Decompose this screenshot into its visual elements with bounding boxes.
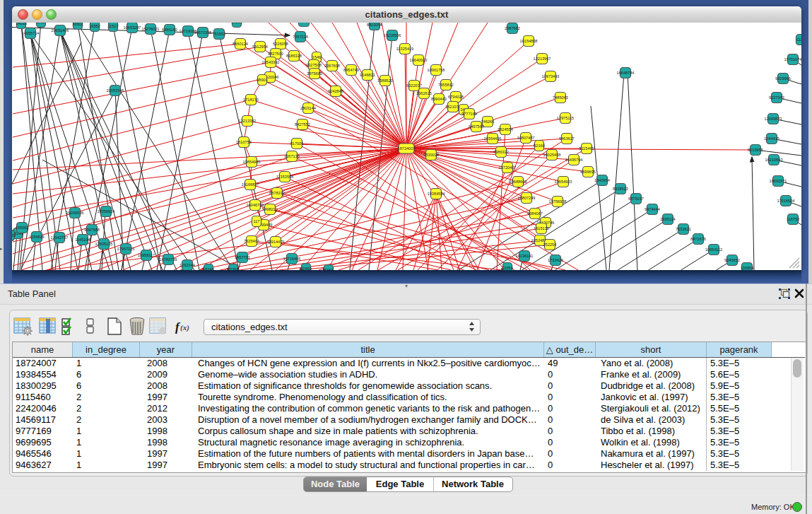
svg-text:16495794: 16495794 bbox=[565, 158, 583, 162]
svg-text:17016504: 17016504 bbox=[777, 199, 795, 203]
svg-text:1615132: 1615132 bbox=[534, 226, 549, 230]
svg-text:15751074: 15751074 bbox=[784, 57, 801, 62]
svg-text:92450: 92450 bbox=[300, 267, 312, 270]
svg-text:1733426: 1733426 bbox=[548, 258, 563, 262]
svg-text:8678332: 8678332 bbox=[269, 191, 285, 195]
svg-text:3267130: 3267130 bbox=[284, 154, 300, 158]
svg-text:1621072: 1621072 bbox=[445, 105, 461, 109]
svg-text:15716485: 15716485 bbox=[283, 257, 301, 261]
svg-text:6794028: 6794028 bbox=[448, 95, 464, 99]
svg-text:10054: 10054 bbox=[502, 266, 513, 270]
svg-text:16671355: 16671355 bbox=[194, 30, 212, 35]
svg-text:9115460: 9115460 bbox=[579, 146, 594, 151]
svg-text:16210643: 16210643 bbox=[765, 158, 783, 162]
svg-text:6322037: 6322037 bbox=[406, 83, 422, 88]
svg-text:10653287: 10653287 bbox=[124, 25, 141, 30]
svg-text:10543392: 10543392 bbox=[262, 60, 280, 64]
svg-text:18724007: 18724007 bbox=[398, 146, 416, 151]
svg-text:6497568: 6497568 bbox=[469, 124, 484, 129]
svg-text:1705: 1705 bbox=[37, 23, 45, 24]
svg-text:14136141: 14136141 bbox=[516, 254, 534, 258]
svg-text:746266: 746266 bbox=[481, 119, 495, 124]
svg-text:18807249: 18807249 bbox=[518, 196, 536, 200]
svg-text:12505135: 12505135 bbox=[95, 242, 113, 246]
svg-text:8215955: 8215955 bbox=[748, 148, 763, 152]
svg-text:12213967: 12213967 bbox=[534, 57, 551, 61]
svg-text:12213382: 12213382 bbox=[239, 119, 257, 123]
svg-text:9777169: 9777169 bbox=[461, 112, 477, 116]
svg-text:16046786: 16046786 bbox=[247, 203, 264, 207]
svg-text:7625402: 7625402 bbox=[244, 239, 259, 243]
svg-text:11325419: 11325419 bbox=[396, 47, 413, 51]
svg-text:17359924: 17359924 bbox=[98, 209, 115, 214]
svg-text:1244415: 1244415 bbox=[764, 136, 779, 141]
svg-text:20206536: 20206536 bbox=[66, 211, 84, 215]
svg-text:9084067: 9084067 bbox=[527, 211, 543, 216]
svg-text:1362615: 1362615 bbox=[416, 91, 432, 95]
svg-text:7986322: 7986322 bbox=[493, 150, 509, 154]
svg-text:1546: 1546 bbox=[312, 55, 321, 59]
svg-text:9827500: 9827500 bbox=[268, 52, 283, 56]
svg-text:7357224: 7357224 bbox=[293, 35, 308, 39]
svg-text:9227343: 9227343 bbox=[769, 95, 784, 100]
svg-text:9699695: 9699695 bbox=[580, 170, 596, 174]
svg-text:8990443: 8990443 bbox=[431, 97, 447, 101]
svg-text:16782759: 16782759 bbox=[160, 257, 177, 262]
svg-text:100954: 100954 bbox=[741, 266, 754, 270]
svg-text:96363: 96363 bbox=[231, 23, 242, 24]
svg-text:19384554: 19384554 bbox=[428, 192, 445, 196]
svg-text:5912954: 5912954 bbox=[252, 45, 268, 49]
svg-text:1292344: 1292344 bbox=[180, 263, 195, 267]
svg-text:19166827: 19166827 bbox=[242, 182, 259, 187]
svg-text:7632621: 7632621 bbox=[676, 227, 691, 231]
svg-text:6163: 6163 bbox=[324, 268, 333, 270]
svg-text:98901: 98901 bbox=[257, 78, 268, 82]
svg-text:7955812: 7955812 bbox=[438, 83, 454, 87]
svg-text:20691406: 20691406 bbox=[52, 28, 69, 33]
svg-text:10973493: 10973493 bbox=[542, 74, 560, 78]
svg-text:3624554: 3624554 bbox=[498, 127, 513, 132]
svg-text:435061: 435061 bbox=[16, 226, 29, 230]
svg-text:19692971: 19692971 bbox=[770, 179, 787, 183]
svg-text:9329966: 9329966 bbox=[775, 76, 791, 81]
svg-text:14055714: 14055714 bbox=[22, 31, 40, 35]
svg-text:2803144: 2803144 bbox=[300, 106, 316, 110]
svg-text:19756928: 19756928 bbox=[549, 199, 567, 204]
svg-text:20911: 20911 bbox=[72, 23, 83, 26]
svg-text:62160: 62160 bbox=[534, 144, 545, 148]
svg-text:9327508: 9327508 bbox=[306, 63, 322, 67]
svg-text:9463627: 9463627 bbox=[559, 136, 575, 141]
svg-text:8813054: 8813054 bbox=[367, 23, 382, 27]
svg-text:20364436: 20364436 bbox=[484, 136, 502, 141]
svg-text:1112: 1112 bbox=[796, 37, 801, 42]
svg-text:2087682: 2087682 bbox=[505, 26, 520, 30]
svg-text:2935114: 2935114 bbox=[660, 217, 675, 221]
svg-text:15720407: 15720407 bbox=[499, 165, 517, 170]
svg-text:8186328: 8186328 bbox=[286, 54, 302, 58]
svg-text:5226058: 5226058 bbox=[273, 42, 288, 46]
svg-text:25139: 25139 bbox=[12, 233, 16, 238]
svg-text:1156829: 1156829 bbox=[29, 235, 44, 239]
svg-text:15276021: 15276021 bbox=[142, 27, 160, 31]
svg-text:252254: 252254 bbox=[543, 243, 557, 247]
svg-text:16640910: 16640910 bbox=[410, 58, 428, 62]
svg-text:16648784: 16648784 bbox=[617, 71, 635, 75]
svg-text:9242848: 9242848 bbox=[328, 89, 343, 93]
svg-text:3875685: 3875685 bbox=[307, 71, 322, 76]
svg-text:16552: 16552 bbox=[89, 24, 100, 28]
svg-text:8938923: 8938923 bbox=[613, 187, 628, 191]
svg-text:12093873: 12093873 bbox=[765, 117, 782, 121]
svg-text:7485063: 7485063 bbox=[553, 95, 568, 100]
svg-text:116753: 116753 bbox=[787, 217, 799, 221]
svg-text:117: 117 bbox=[254, 219, 260, 223]
svg-text:87369: 87369 bbox=[228, 267, 239, 270]
svg-text:20053346: 20053346 bbox=[107, 88, 124, 93]
svg-text:14035: 14035 bbox=[16, 23, 27, 25]
svg-text:10688609: 10688609 bbox=[510, 180, 527, 184]
svg-text:8454749: 8454749 bbox=[343, 68, 359, 72]
svg-text:17957225: 17957225 bbox=[117, 247, 135, 251]
svg-text:16154808: 16154808 bbox=[520, 39, 538, 43]
svg-text:8427552: 8427552 bbox=[295, 122, 310, 127]
svg-text:10025458: 10025458 bbox=[543, 153, 561, 157]
svg-text:19654923: 19654923 bbox=[555, 180, 572, 184]
